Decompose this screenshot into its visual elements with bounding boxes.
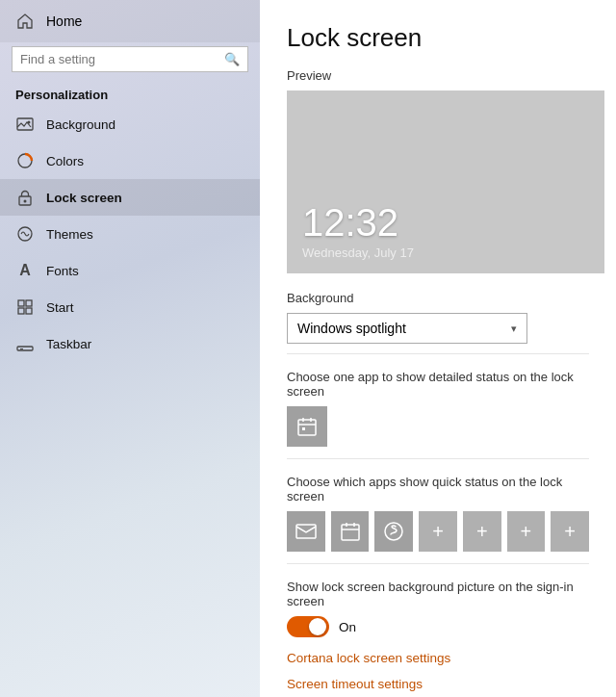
svg-rect-9 <box>26 308 32 314</box>
fonts-icon: A <box>15 261 35 280</box>
preview-time: 12:32 <box>302 201 589 244</box>
sidebar-item-lock-screen-label: Lock screen <box>46 191 122 205</box>
sign-in-toggle[interactable] <box>287 616 329 637</box>
sidebar-item-fonts[interactable]: A Fonts <box>0 252 260 289</box>
sidebar-item-themes[interactable]: Themes <box>0 216 260 252</box>
search-box[interactable]: 🔍 <box>12 46 248 72</box>
background-dropdown[interactable]: Windows spotlight ▾ <box>287 313 527 344</box>
background-label: Background <box>287 291 589 305</box>
search-icon: 🔍 <box>224 52 240 66</box>
divider-2 <box>287 458 589 459</box>
divider-1 <box>287 353 589 354</box>
chevron-down-icon: ▾ <box>511 323 517 335</box>
quick-app-mail[interactable] <box>287 511 325 552</box>
toggle-on-label: On <box>339 620 356 634</box>
sidebar-item-home-label: Home <box>46 13 82 29</box>
sidebar-section-title: Personalization <box>0 80 260 106</box>
quick-app-add-1[interactable]: + <box>419 511 457 552</box>
sidebar-item-home[interactable]: Home <box>0 0 260 42</box>
sidebar: Home 🔍 Personalization Background Colors <box>0 0 260 697</box>
svg-rect-8 <box>18 308 24 314</box>
quick-app-add-2[interactable]: + <box>463 511 501 552</box>
taskbar-icon <box>15 334 35 353</box>
quick-app-add-3[interactable]: + <box>507 511 546 552</box>
sign-in-label: Show lock screen background picture on t… <box>287 580 589 608</box>
svg-point-1 <box>28 121 31 124</box>
colors-icon <box>15 151 35 170</box>
svg-rect-10 <box>17 347 33 350</box>
svg-rect-18 <box>342 525 359 540</box>
background-dropdown-value: Windows spotlight <box>297 321 406 336</box>
background-icon <box>15 115 35 134</box>
themes-icon <box>15 224 35 244</box>
quick-app-calendar[interactable] <box>331 511 370 552</box>
lock-screen-icon <box>15 188 35 207</box>
detailed-status-label: Choose one app to show detailed status o… <box>287 370 589 399</box>
svg-rect-12 <box>298 420 316 435</box>
svg-rect-7 <box>26 300 32 306</box>
quick-app-row: + + + + <box>287 511 589 552</box>
sidebar-item-start-label: Start <box>46 300 74 315</box>
screen-timeout-link[interactable]: Screen timeout settings <box>287 677 589 691</box>
toggle-thumb <box>309 618 326 635</box>
svg-rect-17 <box>296 525 316 538</box>
sidebar-item-lock-screen[interactable]: Lock screen <box>0 179 260 216</box>
start-icon <box>15 297 35 317</box>
quick-status-label: Choose which apps show quick status on t… <box>287 475 589 503</box>
divider-3 <box>287 563 589 564</box>
toggle-row: On <box>287 616 589 637</box>
main-content: Lock screen Preview 12:32 Wednesday, Jul… <box>260 0 616 697</box>
detailed-app-calendar[interactable] <box>287 406 327 447</box>
sidebar-item-taskbar-label: Taskbar <box>46 337 91 351</box>
quick-app-add-4[interactable]: + <box>551 511 589 552</box>
quick-app-skype[interactable] <box>374 511 413 552</box>
preview-date: Wednesday, July 17 <box>302 245 589 260</box>
sidebar-item-taskbar[interactable]: Taskbar <box>0 325 260 362</box>
cortana-link[interactable]: Cortana lock screen settings <box>287 651 589 665</box>
svg-rect-6 <box>18 300 24 306</box>
sidebar-item-background-label: Background <box>46 117 116 132</box>
sidebar-item-background[interactable]: Background <box>0 106 260 142</box>
sidebar-item-colors-label: Colors <box>46 154 84 168</box>
preview-box: 12:32 Wednesday, July 17 <box>287 90 604 273</box>
svg-rect-11 <box>20 348 23 349</box>
preview-label: Preview <box>287 68 589 83</box>
sidebar-item-colors[interactable]: Colors <box>0 142 260 179</box>
home-icon <box>15 12 35 31</box>
page-title: Lock screen <box>287 23 589 53</box>
sidebar-item-fonts-label: Fonts <box>46 264 79 278</box>
sidebar-item-themes-label: Themes <box>46 227 93 242</box>
svg-point-4 <box>24 200 27 203</box>
sidebar-item-start[interactable]: Start <box>0 289 260 325</box>
detailed-app-row <box>287 406 589 447</box>
svg-rect-16 <box>302 427 305 430</box>
search-input[interactable] <box>20 52 218 66</box>
